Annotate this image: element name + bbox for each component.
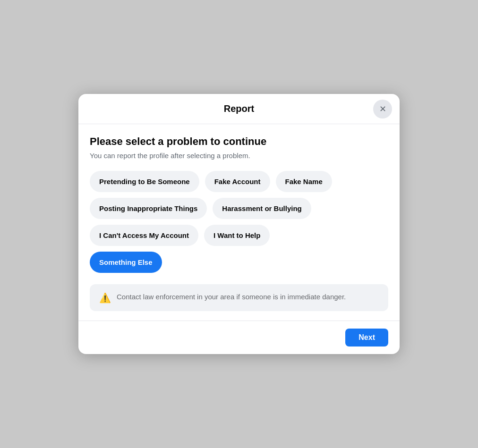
- option-fake-name[interactable]: Fake Name: [276, 171, 332, 192]
- warning-text: Contact law enforcement in your area if …: [117, 292, 346, 302]
- options-row-2: Posting Inappropriate Things Harassment …: [90, 198, 388, 219]
- modal-overlay: Report ✕ Please select a problem to cont…: [0, 0, 478, 448]
- warning-box: ⚠️ Contact law enforcement in your area …: [90, 284, 388, 311]
- section-title: Please select a problem to continue: [90, 135, 388, 148]
- section-subtitle: You can report the profile after selecti…: [90, 152, 388, 160]
- option-inappropriate[interactable]: Posting Inappropriate Things: [90, 198, 207, 219]
- modal-footer: Next: [78, 321, 400, 354]
- option-pretending[interactable]: Pretending to Be Someone: [90, 171, 199, 192]
- options-row-3: I Can't Access My Account I Want to Help: [90, 225, 388, 246]
- modal-header: Report ✕: [78, 94, 400, 124]
- report-modal: Report ✕ Please select a problem to cont…: [78, 94, 400, 354]
- close-button[interactable]: ✕: [373, 100, 392, 118]
- options-row-1: Pretending to Be Someone Fake Account Fa…: [90, 171, 388, 192]
- option-harassment[interactable]: Harassment or Bullying: [213, 198, 311, 219]
- option-something-else[interactable]: Something Else: [90, 252, 162, 273]
- warning-icon: ⚠️: [99, 292, 111, 304]
- option-fake-account[interactable]: Fake Account: [205, 171, 270, 192]
- modal-body: Please select a problem to continue You …: [78, 124, 400, 273]
- close-icon: ✕: [379, 104, 386, 114]
- options-grid: Pretending to Be Someone Fake Account Fa…: [90, 171, 388, 273]
- options-row-4: Something Else: [90, 252, 388, 273]
- next-button[interactable]: Next: [345, 329, 388, 347]
- option-want-help[interactable]: I Want to Help: [204, 225, 270, 246]
- option-cant-access[interactable]: I Can't Access My Account: [90, 225, 198, 246]
- warning-section: ⚠️ Contact law enforcement in your area …: [78, 284, 400, 311]
- modal-title: Report: [224, 103, 254, 114]
